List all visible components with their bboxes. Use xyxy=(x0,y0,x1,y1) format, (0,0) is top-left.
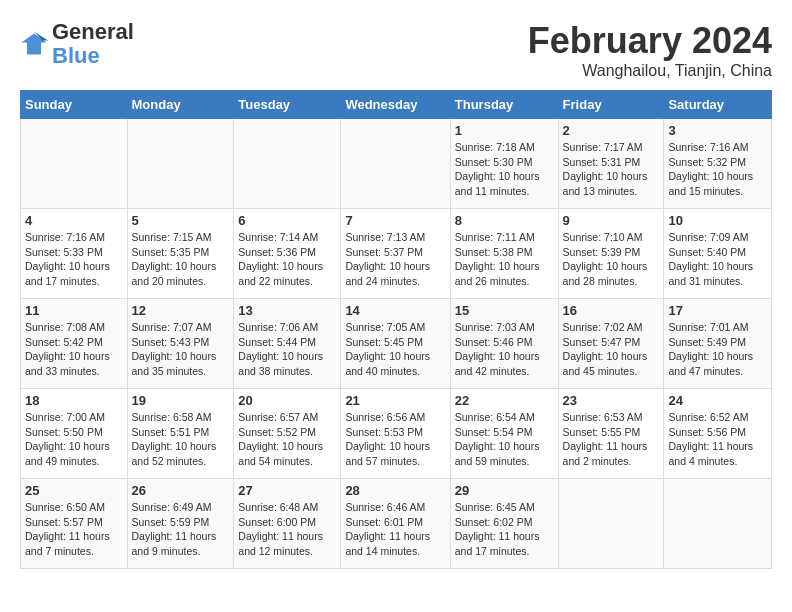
calendar-cell: 17Sunrise: 7:01 AMSunset: 5:49 PMDayligh… xyxy=(664,299,772,389)
day-number: 27 xyxy=(238,483,336,498)
day-header-tuesday: Tuesday xyxy=(234,91,341,119)
day-number: 6 xyxy=(238,213,336,228)
day-number: 15 xyxy=(455,303,554,318)
day-info: Sunrise: 7:16 AMSunset: 5:32 PMDaylight:… xyxy=(668,140,767,199)
week-row-4: 18Sunrise: 7:00 AMSunset: 5:50 PMDayligh… xyxy=(21,389,772,479)
day-number: 23 xyxy=(563,393,660,408)
calendar-cell: 20Sunrise: 6:57 AMSunset: 5:52 PMDayligh… xyxy=(234,389,341,479)
calendar-cell: 28Sunrise: 6:46 AMSunset: 6:01 PMDayligh… xyxy=(341,479,450,569)
calendar-cell: 4Sunrise: 7:16 AMSunset: 5:33 PMDaylight… xyxy=(21,209,128,299)
week-row-2: 4Sunrise: 7:16 AMSunset: 5:33 PMDaylight… xyxy=(21,209,772,299)
day-number: 26 xyxy=(132,483,230,498)
calendar-cell: 19Sunrise: 6:58 AMSunset: 5:51 PMDayligh… xyxy=(127,389,234,479)
calendar-cell xyxy=(558,479,664,569)
calendar-cell: 10Sunrise: 7:09 AMSunset: 5:40 PMDayligh… xyxy=(664,209,772,299)
calendar-cell xyxy=(127,119,234,209)
calendar-cell xyxy=(21,119,128,209)
calendar-cell: 26Sunrise: 6:49 AMSunset: 5:59 PMDayligh… xyxy=(127,479,234,569)
day-info: Sunrise: 6:54 AMSunset: 5:54 PMDaylight:… xyxy=(455,410,554,469)
calendar-cell: 9Sunrise: 7:10 AMSunset: 5:39 PMDaylight… xyxy=(558,209,664,299)
day-number: 18 xyxy=(25,393,123,408)
day-number: 19 xyxy=(132,393,230,408)
logo-text: General Blue xyxy=(52,20,134,68)
day-info: Sunrise: 6:52 AMSunset: 5:56 PMDaylight:… xyxy=(668,410,767,469)
calendar-cell: 1Sunrise: 7:18 AMSunset: 5:30 PMDaylight… xyxy=(450,119,558,209)
day-info: Sunrise: 7:17 AMSunset: 5:31 PMDaylight:… xyxy=(563,140,660,199)
day-info: Sunrise: 7:14 AMSunset: 5:36 PMDaylight:… xyxy=(238,230,336,289)
calendar-cell xyxy=(234,119,341,209)
day-header-thursday: Thursday xyxy=(450,91,558,119)
month-title: February 2024 xyxy=(528,20,772,62)
day-header-saturday: Saturday xyxy=(664,91,772,119)
day-header-row: SundayMondayTuesdayWednesdayThursdayFrid… xyxy=(21,91,772,119)
day-number: 17 xyxy=(668,303,767,318)
day-number: 25 xyxy=(25,483,123,498)
calendar-cell: 13Sunrise: 7:06 AMSunset: 5:44 PMDayligh… xyxy=(234,299,341,389)
day-info: Sunrise: 6:50 AMSunset: 5:57 PMDaylight:… xyxy=(25,500,123,559)
calendar-cell: 27Sunrise: 6:48 AMSunset: 6:00 PMDayligh… xyxy=(234,479,341,569)
day-info: Sunrise: 6:53 AMSunset: 5:55 PMDaylight:… xyxy=(563,410,660,469)
day-info: Sunrise: 7:01 AMSunset: 5:49 PMDaylight:… xyxy=(668,320,767,379)
calendar-cell: 25Sunrise: 6:50 AMSunset: 5:57 PMDayligh… xyxy=(21,479,128,569)
week-row-1: 1Sunrise: 7:18 AMSunset: 5:30 PMDaylight… xyxy=(21,119,772,209)
calendar-cell: 18Sunrise: 7:00 AMSunset: 5:50 PMDayligh… xyxy=(21,389,128,479)
day-info: Sunrise: 7:16 AMSunset: 5:33 PMDaylight:… xyxy=(25,230,123,289)
location: Wanghailou, Tianjin, China xyxy=(528,62,772,80)
day-header-friday: Friday xyxy=(558,91,664,119)
day-info: Sunrise: 6:57 AMSunset: 5:52 PMDaylight:… xyxy=(238,410,336,469)
calendar-cell xyxy=(664,479,772,569)
calendar-cell: 24Sunrise: 6:52 AMSunset: 5:56 PMDayligh… xyxy=(664,389,772,479)
day-number: 9 xyxy=(563,213,660,228)
day-number: 7 xyxy=(345,213,445,228)
day-info: Sunrise: 6:46 AMSunset: 6:01 PMDaylight:… xyxy=(345,500,445,559)
day-info: Sunrise: 6:56 AMSunset: 5:53 PMDaylight:… xyxy=(345,410,445,469)
calendar-cell: 6Sunrise: 7:14 AMSunset: 5:36 PMDaylight… xyxy=(234,209,341,299)
day-info: Sunrise: 7:02 AMSunset: 5:47 PMDaylight:… xyxy=(563,320,660,379)
calendar-cell: 7Sunrise: 7:13 AMSunset: 5:37 PMDaylight… xyxy=(341,209,450,299)
day-number: 11 xyxy=(25,303,123,318)
calendar-cell: 8Sunrise: 7:11 AMSunset: 5:38 PMDaylight… xyxy=(450,209,558,299)
day-number: 28 xyxy=(345,483,445,498)
logo: General Blue xyxy=(20,20,134,68)
calendar-cell xyxy=(341,119,450,209)
calendar-cell: 3Sunrise: 7:16 AMSunset: 5:32 PMDaylight… xyxy=(664,119,772,209)
day-info: Sunrise: 6:45 AMSunset: 6:02 PMDaylight:… xyxy=(455,500,554,559)
logo-bird-icon xyxy=(20,30,48,58)
calendar-cell: 16Sunrise: 7:02 AMSunset: 5:47 PMDayligh… xyxy=(558,299,664,389)
day-info: Sunrise: 7:13 AMSunset: 5:37 PMDaylight:… xyxy=(345,230,445,289)
week-row-3: 11Sunrise: 7:08 AMSunset: 5:42 PMDayligh… xyxy=(21,299,772,389)
calendar-cell: 2Sunrise: 7:17 AMSunset: 5:31 PMDaylight… xyxy=(558,119,664,209)
day-info: Sunrise: 7:08 AMSunset: 5:42 PMDaylight:… xyxy=(25,320,123,379)
day-number: 5 xyxy=(132,213,230,228)
day-number: 21 xyxy=(345,393,445,408)
week-row-5: 25Sunrise: 6:50 AMSunset: 5:57 PMDayligh… xyxy=(21,479,772,569)
calendar-cell: 29Sunrise: 6:45 AMSunset: 6:02 PMDayligh… xyxy=(450,479,558,569)
day-number: 14 xyxy=(345,303,445,318)
calendar-cell: 21Sunrise: 6:56 AMSunset: 5:53 PMDayligh… xyxy=(341,389,450,479)
day-info: Sunrise: 7:15 AMSunset: 5:35 PMDaylight:… xyxy=(132,230,230,289)
page-header: General Blue February 2024 Wanghailou, T… xyxy=(20,20,772,80)
day-info: Sunrise: 7:18 AMSunset: 5:30 PMDaylight:… xyxy=(455,140,554,199)
day-number: 13 xyxy=(238,303,336,318)
day-number: 3 xyxy=(668,123,767,138)
calendar-cell: 23Sunrise: 6:53 AMSunset: 5:55 PMDayligh… xyxy=(558,389,664,479)
day-number: 24 xyxy=(668,393,767,408)
day-info: Sunrise: 7:10 AMSunset: 5:39 PMDaylight:… xyxy=(563,230,660,289)
day-number: 12 xyxy=(132,303,230,318)
day-number: 22 xyxy=(455,393,554,408)
day-number: 20 xyxy=(238,393,336,408)
day-info: Sunrise: 6:48 AMSunset: 6:00 PMDaylight:… xyxy=(238,500,336,559)
calendar-cell: 11Sunrise: 7:08 AMSunset: 5:42 PMDayligh… xyxy=(21,299,128,389)
day-header-monday: Monday xyxy=(127,91,234,119)
day-number: 29 xyxy=(455,483,554,498)
day-number: 4 xyxy=(25,213,123,228)
calendar-cell: 22Sunrise: 6:54 AMSunset: 5:54 PMDayligh… xyxy=(450,389,558,479)
day-info: Sunrise: 7:00 AMSunset: 5:50 PMDaylight:… xyxy=(25,410,123,469)
day-info: Sunrise: 7:03 AMSunset: 5:46 PMDaylight:… xyxy=(455,320,554,379)
svg-marker-0 xyxy=(21,34,46,55)
calendar-cell: 5Sunrise: 7:15 AMSunset: 5:35 PMDaylight… xyxy=(127,209,234,299)
day-info: Sunrise: 6:58 AMSunset: 5:51 PMDaylight:… xyxy=(132,410,230,469)
day-info: Sunrise: 7:11 AMSunset: 5:38 PMDaylight:… xyxy=(455,230,554,289)
title-block: February 2024 Wanghailou, Tianjin, China xyxy=(528,20,772,80)
day-number: 10 xyxy=(668,213,767,228)
